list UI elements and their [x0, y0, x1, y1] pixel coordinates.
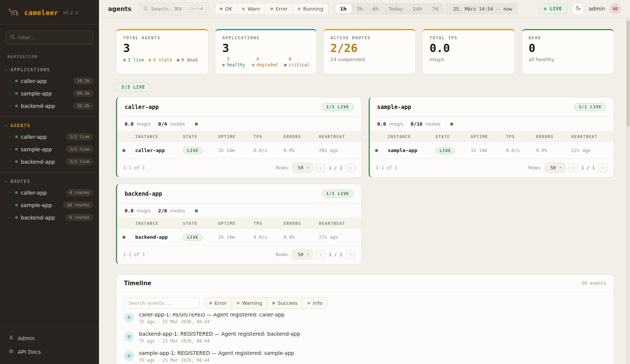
sidebar-item-applications-backend-app[interactable]: › backend-app 32.2k [0, 100, 99, 112]
prev-page-button[interactable]: ‹ [316, 163, 325, 172]
running-dot [298, 8, 300, 10]
app-card-title[interactable]: backend-app [125, 190, 162, 197]
cell-instance: caller-app [135, 147, 183, 153]
app-live-badge: 1/1 LIVE [322, 190, 354, 198]
item-badge: 4 routes [66, 189, 93, 196]
row-range: 1-1 of 1 [123, 252, 145, 257]
timeline-chip-info[interactable]: Info [302, 298, 327, 309]
sidebar-item-applications-caller-app[interactable]: › caller-app 10.7k [0, 75, 99, 87]
filter-chip-running[interactable]: Running [292, 3, 328, 14]
app-card-title[interactable]: sample-app [377, 104, 411, 111]
row-range: 1-1 of 1 [123, 165, 145, 170]
timeline-card: Timeline 50 events Error Warning [116, 274, 614, 364]
rows-per-page-select[interactable]: 50 ▾ [292, 249, 313, 260]
sidebar-item-agents-backend-app[interactable]: › backend-app 1/1 live [0, 155, 99, 168]
sidebar-item-admin[interactable]: Admin [0, 332, 99, 345]
global-search-input[interactable]: Search... ⌘K Ctrl+K [138, 3, 209, 15]
chip-label: Warn [247, 6, 260, 12]
sidebar-item-routes-sample-app[interactable]: › sample-app 16 routes [0, 199, 99, 211]
rows-value: 50 [298, 165, 303, 170]
sidebar-item-routes-caller-app[interactable]: › caller-app 4 routes [0, 186, 99, 199]
table-row[interactable]: backend-app LIVE 1h 14m 0.0/s 0.0% 27s a… [117, 229, 361, 246]
timeline-chip-error[interactable]: Error [204, 298, 232, 309]
prev-page-button[interactable]: ‹ [316, 250, 325, 259]
next-page-button[interactable]: › [599, 163, 608, 172]
rows-per-page-select[interactable]: 50 ▾ [292, 163, 313, 173]
stat-value: 3 [123, 42, 201, 54]
timeline-chip-success[interactable]: Success [267, 298, 302, 309]
timeline-events-list[interactable]: caller-app-1: REGISTERED — Agent registe… [116, 313, 614, 364]
rows-value: 50 [550, 165, 556, 170]
next-page-button[interactable]: › [346, 163, 355, 172]
col-errors: ERRORS [284, 134, 319, 139]
sidebar-item-routes-backend-app[interactable]: › backend-app 6 routes [0, 211, 99, 224]
cell-tps: 0.0/s [506, 148, 536, 153]
page-scrollbar[interactable] [626, 18, 630, 364]
chevron-right-icon: › [9, 147, 12, 152]
status-filter-group: OK Warn Error Running [215, 3, 329, 15]
chevron-right-icon: › [9, 215, 12, 220]
live-status-badge[interactable]: LIVE [539, 3, 567, 14]
chevron-down-icon: ▾ [307, 253, 309, 256]
item-label: sample-app [21, 146, 63, 152]
app-card-title[interactable]: caller-app [125, 104, 159, 111]
section-header-agents[interactable]: ▾ AGENTS [0, 121, 99, 131]
chevron-right-icon: › [9, 190, 12, 195]
prev-page-button[interactable]: ‹ [568, 163, 578, 172]
nav-label: NAVIGATION [0, 47, 99, 61]
stat-value: 0.0 [429, 42, 508, 54]
sidebar-item-agents-caller-app[interactable]: › caller-app 1/1 live [0, 131, 99, 143]
stale-dot [148, 59, 151, 61]
nav-section-agents: ▾ AGENTS › caller-app 1/1 live › sample-… [0, 117, 99, 172]
section-header-applications[interactable]: ▾ APPLICATIONS [0, 65, 99, 75]
timeline-event[interactable]: backend-app-1: REGISTERED — Agent regist… [124, 328, 606, 347]
next-page-button[interactable]: › [346, 250, 355, 259]
timeline-event[interactable]: sample-app-1: REGISTERED — Agent registe… [124, 347, 606, 364]
chevron-right-icon: › [9, 203, 12, 207]
filter-chip-ok[interactable]: OK [215, 3, 237, 14]
stat-label: ACTIVE ROUTES [330, 35, 409, 40]
item-label: caller-app [21, 78, 70, 84]
info-dot [307, 302, 310, 304]
date-range-display[interactable]: 25. März 14:54 — now [446, 3, 518, 15]
app-logo[interactable]: cameleer v3.2.1 [0, 0, 99, 24]
time-range-6h[interactable]: 6h [368, 4, 384, 14]
sidebar-filter-input[interactable] [5, 31, 93, 45]
time-range-7d[interactable]: 7d [427, 4, 443, 14]
admin-user-icon [8, 335, 14, 342]
scrollbar-thumb[interactable] [627, 21, 630, 126]
theme-toggle-button[interactable] [572, 3, 584, 15]
sidebar: cameleer v3.2.1 NAVIGATION ▾ APPLICATION… [0, 0, 99, 364]
table-row[interactable]: sample-app LIVE 1h 14m 0.0/s 0.0% 22s ag… [370, 142, 614, 159]
timeline-chip-warning[interactable]: Warning [232, 298, 267, 309]
filter-chip-error[interactable]: Error [265, 3, 293, 14]
timeline-title: Timeline [124, 280, 151, 287]
filter-field[interactable] [18, 35, 89, 40]
filter-chip-warn[interactable]: Warn [237, 3, 265, 14]
time-range-3h[interactable]: 3h [352, 4, 368, 14]
sidebar-item-agents-sample-app[interactable]: › sample-app 1/1 live [0, 143, 99, 155]
sidebar-item-api-docs[interactable]: API Docs [0, 345, 99, 359]
cell-instance: sample-app [388, 147, 435, 153]
time-range-today[interactable]: Today [384, 4, 408, 14]
degraded-dot [252, 64, 255, 66]
status-dot [15, 204, 18, 206]
rows-per-page-select[interactable]: 50 ▾ [545, 163, 565, 173]
chip-label: Info [313, 300, 322, 306]
stat-detail: 0 dead [181, 57, 198, 63]
item-label: caller-app [21, 190, 63, 196]
stat-value: 0 [529, 42, 607, 54]
timeline-search-input[interactable] [124, 298, 199, 309]
stat-word: critical [289, 62, 309, 68]
avatar[interactable]: AD [610, 3, 621, 14]
stat-word: healthy [227, 62, 245, 68]
time-range-1h[interactable]: 1h [335, 4, 352, 14]
table-row[interactable]: caller-app LIVE 1h 14m 0.0/s 0.0% 20s ag… [117, 142, 361, 159]
table-header: INSTANCE STATE UPTIME TPS ERRORS HEARTBE… [370, 131, 614, 142]
timeline-event[interactable]: caller-app-1: REGISTERED — Agent registe… [124, 313, 606, 328]
sidebar-item-applications-sample-app[interactable]: › sample-app 84.1k [0, 87, 99, 100]
time-range-24h[interactable]: 24h [408, 4, 427, 14]
col-state: STATE [183, 221, 218, 226]
section-header-routes[interactable]: ▾ ROUTES [0, 177, 99, 186]
error-dot [209, 302, 212, 304]
